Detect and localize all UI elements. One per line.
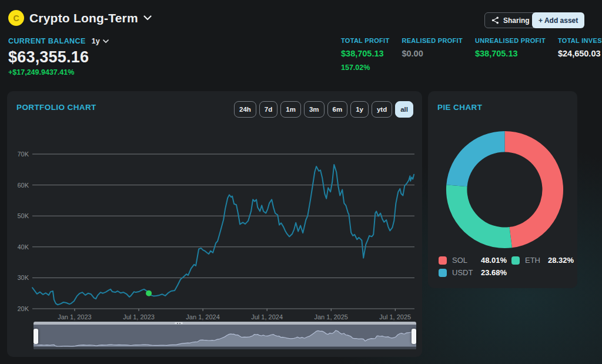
y-axis-label: $60K bbox=[18, 182, 29, 189]
pie-legend: SOL48.01%ETH28.32%USDT23.68% bbox=[439, 256, 574, 277]
stat-value: $38,705.13 bbox=[475, 49, 546, 58]
stat-unrealised-profit: UNREALISED PROFIT$38,705.13 bbox=[475, 37, 546, 72]
sharing-button[interactable]: Sharing bbox=[484, 12, 537, 28]
range-button-1y[interactable]: 1y bbox=[350, 101, 369, 118]
sharing-button-label: Sharing bbox=[503, 16, 530, 25]
x-axis-label: Jan 1, 2025 bbox=[314, 313, 348, 320]
balance-period-value: 1y bbox=[92, 37, 100, 45]
range-selector: 24h7d1m3m6m1yytdall bbox=[234, 101, 413, 118]
y-axis-label: $30K bbox=[18, 274, 29, 281]
stat-label: TOTAL PROFIT bbox=[341, 37, 389, 44]
allocation-donut-chart bbox=[444, 129, 566, 251]
pie-chart-title: PIE CHART bbox=[437, 103, 482, 112]
portfolio-chart-panel: PORTFOLIO CHART 24h7d1m3m6m1yytdall $70K… bbox=[7, 91, 422, 357]
stat-sub-value: 157.02% bbox=[341, 64, 389, 72]
minimap-scroll-grip[interactable] bbox=[175, 322, 183, 324]
stat-value: $0.00 bbox=[402, 49, 463, 58]
portfolio-selector[interactable]: C Crypto Long-Term bbox=[8, 10, 152, 26]
chevron-down-icon bbox=[143, 15, 152, 21]
stat-value: $38,705.13 bbox=[341, 49, 389, 58]
x-axis-label: Jan 1, 2024 bbox=[186, 313, 220, 320]
range-button-all[interactable]: all bbox=[395, 101, 413, 118]
balance-label: CURRENT BALANCE bbox=[8, 37, 86, 45]
share-icon bbox=[491, 16, 499, 24]
portfolio-line-chart: $70K$60K$50K$40K$30K$20KJan 1, 2023Jul 1… bbox=[18, 147, 422, 328]
pie-chart-panel: PIE CHART SOL48.01%ETH28.32%USDT23.68% bbox=[428, 91, 577, 288]
legend-item-sol[interactable]: SOL48.01% bbox=[439, 256, 507, 265]
minimap-area-fill bbox=[34, 330, 416, 346]
portfolio-chart-title: PORTFOLIO CHART bbox=[16, 103, 96, 112]
chevron-down-icon bbox=[103, 39, 109, 44]
stat-value: $24,650.03 bbox=[558, 49, 602, 58]
legend-asset-name: USDT bbox=[452, 268, 481, 277]
stat-realised-profit: REALISED PROFIT$0.00 bbox=[402, 37, 463, 72]
stat-total-profit: TOTAL PROFIT$38,705.13157.02% bbox=[341, 37, 389, 72]
balance-change: +$17,249.9437.41% bbox=[8, 68, 109, 76]
minimap-area-chart bbox=[34, 325, 416, 349]
stat-label: TOTAL INVESTED bbox=[558, 37, 602, 44]
portfolio-coin-icon: C bbox=[8, 10, 24, 26]
x-axis-label: Jul 1, 2023 bbox=[123, 313, 155, 320]
minimap-left-handle[interactable] bbox=[34, 329, 38, 344]
range-button-24h[interactable]: 24h bbox=[234, 101, 256, 118]
add-asset-button[interactable]: + Add asset bbox=[532, 12, 584, 28]
legend-swatch-icon bbox=[439, 269, 447, 277]
legend-item-usdt[interactable]: USDT23.68% bbox=[439, 268, 507, 277]
current-balance-block: CURRENT BALANCE 1y $63,355.16 +$17,249.9… bbox=[8, 37, 109, 76]
x-axis-label: Jul 1, 2024 bbox=[251, 313, 283, 320]
y-axis-label: $40K bbox=[18, 243, 29, 251]
legend-asset-name: SOL bbox=[452, 256, 481, 265]
range-button-6m[interactable]: 6m bbox=[327, 101, 348, 118]
range-button-ytd[interactable]: ytd bbox=[372, 101, 392, 118]
event-marker-dot[interactable] bbox=[146, 290, 152, 296]
x-axis-label: Jul 1, 2025 bbox=[379, 313, 411, 320]
donut-slice-sol[interactable] bbox=[505, 131, 564, 248]
range-button-3m[interactable]: 3m bbox=[304, 101, 325, 118]
balance-period-dropdown[interactable]: CURRENT BALANCE 1y bbox=[8, 37, 109, 45]
balance-change-amount: +$17,249.94 bbox=[8, 68, 49, 76]
balance-value: $63,355.16 bbox=[8, 48, 109, 66]
donut-slice-eth[interactable] bbox=[446, 185, 512, 248]
stat-label: UNREALISED PROFIT bbox=[475, 37, 546, 44]
crypto-dashboard: C Crypto Long-Term Sharing + Add asset C… bbox=[0, 0, 602, 364]
legend-swatch-icon bbox=[511, 256, 520, 265]
y-axis-label: $20K bbox=[18, 305, 29, 312]
range-button-1m[interactable]: 1m bbox=[280, 101, 301, 118]
balance-change-percent: 37.41% bbox=[49, 68, 74, 76]
stat-label: REALISED PROFIT bbox=[402, 37, 463, 44]
legend-asset-percent: 48.01% bbox=[481, 256, 507, 265]
legend-swatch-icon bbox=[439, 256, 447, 265]
page-title: Crypto Long-Term bbox=[29, 11, 138, 25]
stats-row: TOTAL PROFIT$38,705.13157.02%REALISED PR… bbox=[341, 37, 602, 72]
y-axis-label: $70K bbox=[18, 151, 29, 158]
y-axis-label: $50K bbox=[18, 212, 29, 219]
donut-slice-usdt[interactable] bbox=[446, 131, 504, 186]
range-button-7d[interactable]: 7d bbox=[259, 101, 277, 118]
stat-total-invested: TOTAL INVESTED$24,650.03 bbox=[558, 37, 602, 72]
legend-asset-name: ETH bbox=[525, 256, 548, 265]
chart-minimap bbox=[34, 322, 416, 349]
legend-item-eth[interactable]: ETH28.32% bbox=[511, 256, 574, 265]
x-axis-label: Jan 1, 2023 bbox=[58, 313, 92, 320]
portfolio-value-line bbox=[32, 165, 414, 305]
legend-asset-percent: 28.32% bbox=[548, 256, 574, 265]
legend-asset-percent: 23.68% bbox=[481, 268, 507, 277]
minimap-right-handle[interactable] bbox=[412, 329, 416, 344]
minimap-body[interactable] bbox=[34, 325, 416, 349]
